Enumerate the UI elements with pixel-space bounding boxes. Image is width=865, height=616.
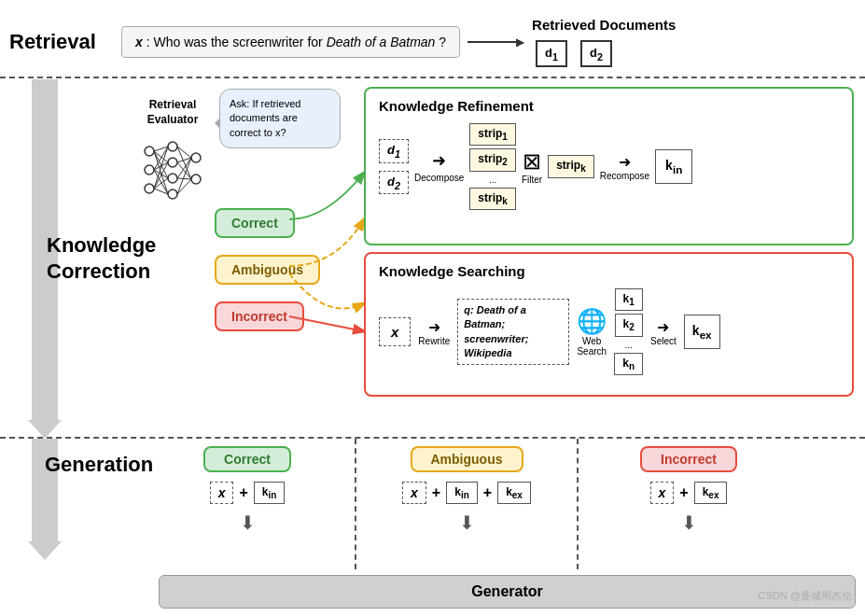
svg-point-8 bbox=[191, 175, 201, 184]
query-text: : Who was the screenwriter for bbox=[146, 35, 327, 49]
strip1-box: strip1 bbox=[469, 123, 516, 146]
svg-point-2 bbox=[145, 184, 154, 193]
watermark: CSDN @曼城周杰伦 bbox=[759, 589, 852, 603]
web-search-label: WebSearch bbox=[577, 336, 607, 357]
kc-label: KnowledgeCorrection bbox=[47, 232, 149, 286]
divider-top bbox=[0, 77, 865, 78]
gen-kin1: kin bbox=[254, 482, 286, 504]
gen-badge-incorrect: Incorrect bbox=[640, 446, 737, 472]
kex-box: kex bbox=[684, 315, 720, 349]
svg-point-5 bbox=[168, 174, 177, 183]
gen-kin2: kin bbox=[446, 482, 478, 504]
svg-point-7 bbox=[191, 153, 201, 162]
generator-box: Generator bbox=[159, 575, 856, 609]
kr-title: Knowledge Refinement bbox=[379, 98, 839, 114]
decision-correct: Correct bbox=[215, 208, 295, 238]
neural-net-icon bbox=[135, 133, 210, 207]
globe-icon: 🌐 bbox=[577, 307, 607, 336]
query-x: x bbox=[135, 35, 143, 49]
decompose-label: Decompose bbox=[414, 173, 464, 183]
gen-x3: x bbox=[650, 482, 675, 504]
ks-title: Knowledge Searching bbox=[379, 263, 839, 279]
retrieval-label: Retrieval bbox=[9, 30, 103, 54]
ks-x-box: x bbox=[379, 317, 411, 346]
retrieved-documents-label: Retrieved Documents bbox=[532, 17, 676, 33]
gen-label: Generation bbox=[45, 452, 147, 479]
rewrite-label: Rewrite bbox=[418, 336, 450, 346]
speech-text: Ask: If retrieved documents are correct … bbox=[230, 98, 300, 138]
ks-query-box: q: Death of a Batman;screenwriter; Wikip… bbox=[457, 299, 569, 366]
retrieval-arrow bbox=[467, 35, 524, 49]
gen-col-correct: Correct x + kin ⬇ bbox=[145, 446, 350, 534]
select-label: Select bbox=[650, 336, 677, 346]
recompose-label: Recompose bbox=[600, 171, 649, 181]
svg-point-4 bbox=[168, 158, 177, 167]
gen-col-incorrect: Incorrect x + kex ⬇ bbox=[586, 446, 791, 534]
svg-point-1 bbox=[145, 165, 154, 175]
gen-formula-ambiguous: x + kin + kex bbox=[402, 482, 531, 504]
gen-divider-2 bbox=[577, 439, 579, 569]
gen-kex2: kex bbox=[497, 482, 531, 504]
gen-down-arrow-1: ⬇ bbox=[240, 511, 256, 534]
ks-k2: k2 bbox=[615, 314, 643, 336]
svg-point-6 bbox=[168, 189, 177, 199]
svg-line-28 bbox=[177, 179, 191, 194]
ks-k1: k1 bbox=[615, 288, 643, 311]
gen-section: Generation Correct x + kin ⬇ Ambiguous x… bbox=[0, 439, 865, 616]
query-box: x : Who was the screenwriter for Death o… bbox=[121, 26, 460, 58]
query-suffix: ? bbox=[439, 35, 446, 49]
doc2-box: d2 bbox=[580, 40, 612, 68]
svg-point-3 bbox=[168, 142, 177, 151]
kr-d2: d2 bbox=[379, 171, 409, 195]
stripk-after-box: stripk bbox=[548, 155, 594, 177]
speech-bubble: Ask: If retrieved documents are correct … bbox=[219, 89, 341, 148]
ks-box: Knowledge Searching x ➜ Rewrite q: Death… bbox=[364, 252, 854, 397]
gen-down-arrow-3: ⬇ bbox=[681, 511, 697, 534]
kr-box: Knowledge Refinement d1 d2 ➜ Decompose s… bbox=[364, 87, 854, 245]
gen-formula-correct: x + kin bbox=[210, 482, 286, 504]
svg-point-0 bbox=[145, 147, 154, 156]
evaluator-box: RetrievalEvaluator bbox=[131, 98, 215, 210]
strip-ellipsis: ... bbox=[489, 175, 496, 185]
gen-formula-incorrect: x + kex bbox=[650, 482, 728, 504]
kin-box: kin bbox=[655, 149, 692, 184]
decision-ambiguous: Ambiguous bbox=[215, 255, 320, 285]
strip2-box: strip2 bbox=[469, 148, 516, 171]
kc-section: KnowledgeCorrection RetrievalEvaluator bbox=[0, 79, 865, 439]
filter-icon: ⊠ bbox=[523, 148, 541, 175]
query-title: Death of a Batman bbox=[327, 35, 436, 49]
gen-badge-correct: Correct bbox=[203, 446, 291, 472]
gen-badge-ambiguous: Ambiguous bbox=[411, 446, 523, 472]
stripk-box: stripk bbox=[469, 188, 516, 210]
kr-d1: d1 bbox=[379, 139, 409, 163]
retrieval-section: Retrieval x : Who was the screenwriter f… bbox=[9, 9, 856, 75]
doc1-box: d1 bbox=[536, 40, 567, 68]
gen-col-ambiguous: Ambiguous x + kin + kex ⬇ bbox=[364, 446, 569, 534]
decision-incorrect: Incorrect bbox=[215, 301, 304, 331]
gen-divider-1 bbox=[355, 439, 356, 569]
filter-label: Filter bbox=[522, 175, 542, 185]
ks-ellipsis: ... bbox=[624, 340, 632, 350]
gen-x2: x bbox=[402, 482, 426, 504]
gen-down-arrow-2: ⬇ bbox=[459, 511, 475, 534]
svg-line-27 bbox=[177, 178, 191, 179]
gen-x1: x bbox=[210, 482, 234, 504]
evaluator-label: RetrievalEvaluator bbox=[131, 98, 215, 127]
ks-kn: kn bbox=[614, 353, 643, 375]
gen-kex3: kex bbox=[694, 482, 728, 504]
